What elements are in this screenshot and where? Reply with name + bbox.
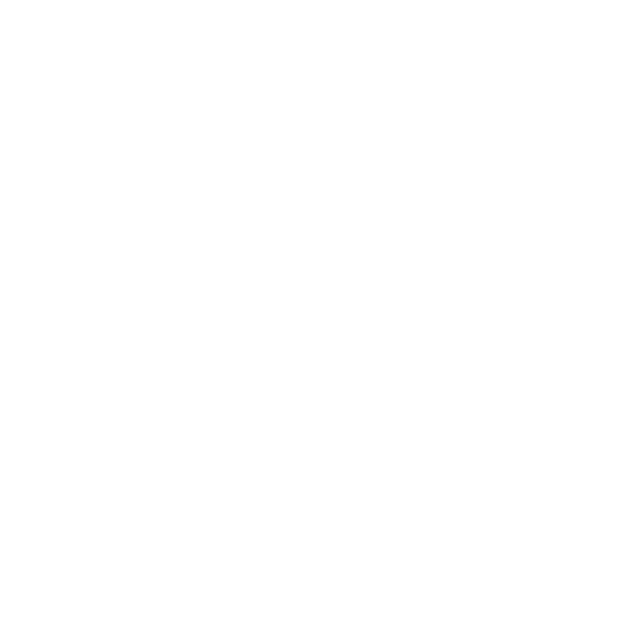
bottleneck-chart [0,0,644,644]
chart-container: { "watermark": "TheBottleneck.com", "col… [0,0,644,644]
